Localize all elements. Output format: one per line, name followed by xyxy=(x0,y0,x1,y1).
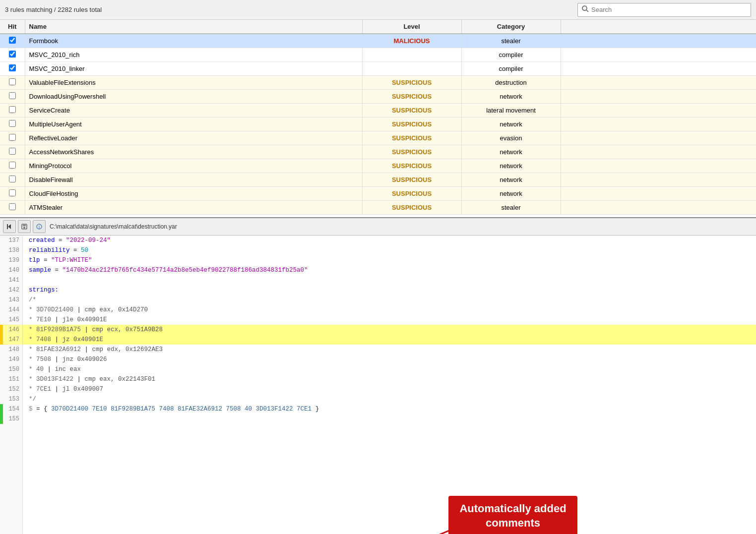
code-line: * 40 | inc eax xyxy=(23,364,756,374)
table-row[interactable]: ServiceCreateSUSPICIOUSlateral movement xyxy=(0,104,756,118)
line-number: 151 xyxy=(0,374,22,384)
level-cell: SUSPICIOUS xyxy=(362,201,461,215)
search-input[interactable] xyxy=(591,6,747,13)
extra-cell xyxy=(561,173,756,187)
line-number: 143 xyxy=(0,295,22,305)
name-cell: MiningProtocol xyxy=(25,159,362,173)
hit-cell[interactable] xyxy=(0,145,25,159)
hit-cell[interactable] xyxy=(0,76,25,90)
category-cell: lateral movement xyxy=(461,104,561,118)
hit-checkbox[interactable] xyxy=(9,37,16,44)
category-cell: stealer xyxy=(461,201,561,215)
table-row[interactable]: ATMStealerSUSPICIOUSstealer xyxy=(0,201,756,215)
code-line: sample = "1470b24ac212fb765fc434e57714a2… xyxy=(23,265,756,275)
table-row[interactable]: AccessNetworkSharesSUSPICIOUSnetwork xyxy=(0,145,756,159)
level-cell: SUSPICIOUS xyxy=(362,145,461,159)
category-cell: network xyxy=(461,145,561,159)
table-row[interactable]: CloudFileHostingSUSPICIOUSnetwork xyxy=(0,187,756,201)
code-content[interactable]: created = "2022-09-24" reliability = 50 … xyxy=(23,236,756,534)
line-number: 145 xyxy=(0,315,22,325)
toolbar-tag-button[interactable]: i xyxy=(33,220,46,233)
line-number: 142 xyxy=(0,285,22,295)
hit-checkbox[interactable] xyxy=(9,189,16,196)
category-cell: network xyxy=(461,90,561,104)
code-line: */ xyxy=(23,394,756,404)
svg-marker-2 xyxy=(8,224,11,229)
name-cell: ReflectiveLoader xyxy=(25,131,362,145)
table-row[interactable]: MultipleUserAgentSUSPICIOUSnetwork xyxy=(0,118,756,131)
table-row[interactable]: MSVC_2010_richcompiler xyxy=(0,48,756,62)
hit-checkbox[interactable] xyxy=(9,51,16,58)
toolbar-prev-button[interactable] xyxy=(3,220,16,233)
code-line: strings: xyxy=(23,285,756,295)
extra-cell xyxy=(561,145,756,159)
level-cell: SUSPICIOUS xyxy=(362,131,461,145)
hit-cell[interactable] xyxy=(0,201,25,215)
table-row[interactable]: ValuableFileExtensionsSUSPICIOUSdestruct… xyxy=(0,76,756,90)
code-line: $ = { 3D70D21400 7E10 81F9289B1A75 7408 … xyxy=(23,404,756,414)
extra-cell xyxy=(561,34,756,48)
hit-cell[interactable] xyxy=(0,118,25,131)
hit-cell[interactable] xyxy=(0,187,25,201)
line-number: 139 xyxy=(0,255,22,265)
hit-cell[interactable] xyxy=(0,62,25,76)
hit-cell[interactable] xyxy=(0,131,25,145)
name-cell: ATMStealer xyxy=(25,201,362,215)
rules-table-container: Hit Name Level Category FormbookMALICIOU… xyxy=(0,20,756,218)
hit-checkbox[interactable] xyxy=(9,162,16,169)
hit-checkbox[interactable] xyxy=(9,106,16,113)
table-row[interactable]: ReflectiveLoaderSUSPICIOUSevasion xyxy=(0,131,756,145)
hit-cell[interactable] xyxy=(0,104,25,118)
col-header-hit: Hit xyxy=(0,20,25,34)
code-line: * 81F9289B1A75 | cmp ecx, 0x751A9B28 xyxy=(23,325,756,335)
hit-cell[interactable] xyxy=(0,173,25,187)
category-cell: evasion xyxy=(461,131,561,145)
code-area: 1371381391401411421431441451461471481491… xyxy=(0,236,756,534)
category-cell: stealer xyxy=(461,34,561,48)
line-number: 154 xyxy=(0,404,22,414)
level-cell: SUSPICIOUS xyxy=(362,118,461,131)
category-cell: network xyxy=(461,118,561,131)
hit-cell[interactable] xyxy=(0,90,25,104)
line-number: 153 xyxy=(0,394,22,404)
toolbar-save-button[interactable] xyxy=(18,220,31,233)
hit-cell[interactable] xyxy=(0,159,25,173)
hit-cell[interactable] xyxy=(0,48,25,62)
code-line: reliability = 50 xyxy=(23,245,756,255)
code-line: * 7408 | jz 0x40901E xyxy=(23,335,756,345)
svg-rect-5 xyxy=(23,224,26,226)
table-row[interactable]: FormbookMALICIOUSstealer xyxy=(0,34,756,48)
hit-cell[interactable] xyxy=(0,34,25,48)
table-row[interactable]: MiningProtocolSUSPICIOUSnetwork xyxy=(0,159,756,173)
svg-line-1 xyxy=(586,10,588,12)
hit-checkbox[interactable] xyxy=(9,78,16,85)
table-row[interactable]: MSVC_2010_linkercompiler xyxy=(0,62,756,76)
line-number: 155 xyxy=(0,414,22,424)
hit-checkbox[interactable] xyxy=(9,134,16,141)
hit-checkbox[interactable] xyxy=(9,203,16,210)
code-line: * 7508 | jnz 0x409026 xyxy=(23,355,756,364)
line-number: 138 xyxy=(0,245,22,255)
extra-cell xyxy=(561,187,756,201)
table-row[interactable]: DownloadUsingPowershellSUSPICIOUSnetwork xyxy=(0,90,756,104)
level-cell xyxy=(362,62,461,76)
search-box[interactable] xyxy=(577,3,751,17)
stats-label: 3 rules matching / 2282 rules total xyxy=(5,6,102,13)
line-number: 144 xyxy=(0,305,22,315)
line-number: 146 xyxy=(0,325,22,335)
extra-cell xyxy=(561,201,756,215)
hit-checkbox[interactable] xyxy=(9,148,16,155)
search-icon xyxy=(582,5,589,14)
hit-checkbox[interactable] xyxy=(9,92,16,99)
table-row[interactable]: DisableFirewallSUSPICIOUSnetwork xyxy=(0,173,756,187)
code-line: tlp = "TLP:WHITE" xyxy=(23,255,756,265)
hit-checkbox[interactable] xyxy=(9,64,16,71)
rules-tbody: FormbookMALICIOUSstealerMSVC_2010_richco… xyxy=(0,34,756,215)
level-cell: SUSPICIOUS xyxy=(362,76,461,90)
name-cell: MSVC_2010_linker xyxy=(25,62,362,76)
hit-checkbox[interactable] xyxy=(9,176,16,182)
hit-checkbox[interactable] xyxy=(9,120,16,127)
code-line: * 7E10 | jle 0x40901E xyxy=(23,315,756,325)
name-cell: DownloadUsingPowershell xyxy=(25,90,362,104)
name-cell: ServiceCreate xyxy=(25,104,362,118)
